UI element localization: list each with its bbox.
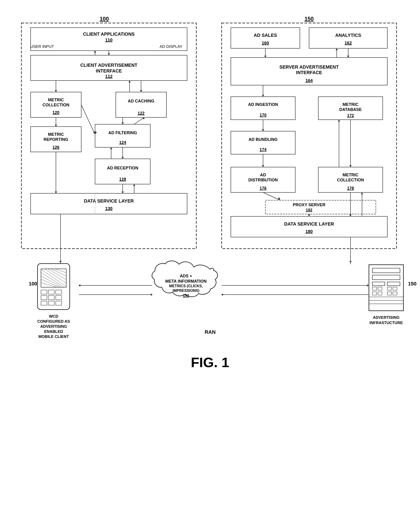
server-dsl-number: 180 [305, 229, 313, 234]
hatch6 [41, 272, 64, 287]
ad-filtering-label: AD FILTERING [108, 131, 137, 135]
server-dsl-label: DATA SERVICE LAYER [284, 221, 334, 226]
server-metric-collection-number: 178 [347, 186, 354, 191]
arrow-smc-to-sdsl-head [349, 215, 352, 216]
server-slot7a [387, 292, 391, 295]
arrow-ana-to-sai-head [347, 56, 349, 58]
ran-label: RAN [205, 329, 216, 335]
ad-bundling-label: AD BUNDLING [249, 137, 278, 142]
proxy-server-label: PROXY SERVER [293, 202, 325, 207]
client-ad-interface-label2: INTERFACE [96, 68, 122, 74]
server-metric-collection-label: METRIC [342, 173, 358, 177]
key1 [41, 290, 47, 294]
client-100-label: 100 [29, 281, 37, 287]
metric-collection-number: 120 [52, 110, 59, 115]
arrow-server-to-cloud-head [221, 293, 223, 296]
ad-distribution-label2: DISTRIBUTION [248, 178, 278, 182]
key7 [41, 301, 47, 305]
server-ad-interface-number: 164 [305, 78, 313, 83]
figure-label: FIG. 1 [191, 355, 229, 370]
cloud-group: ADS + META INFORMATION METRICS (CLICKS, … [152, 261, 217, 298]
key8 [48, 301, 54, 305]
hatch8 [41, 279, 59, 287]
metric-database-label2: DATABASE [339, 107, 361, 112]
ad-ingestion-label: AD INGESTION [248, 102, 278, 107]
arrow-ac-to-cai-head [128, 81, 131, 82]
server-slot4a [372, 287, 376, 290]
ad-bundling-number: 174 [259, 147, 266, 152]
ad-caching-number: 122 [137, 111, 144, 116]
wcd-label2: CONFIGURED AS [37, 319, 70, 324]
client-user-input: USER INPUT [30, 45, 54, 49]
metric-reporting-label2: REPORTING [44, 137, 68, 142]
server-150-label: 150 [408, 281, 417, 287]
main-diagram-svg: 100 CLIENT APPLICATIONS 110 USER INPUT A… [15, 9, 406, 350]
server-slot1 [372, 268, 400, 273]
server-dsl-box [231, 216, 387, 237]
hatch2 [44, 269, 66, 283]
server-slot2 [372, 275, 400, 280]
arrow-cai-to-ac-head [140, 90, 142, 92]
proxy-server-box [265, 200, 376, 214]
client-applications-label: CLIENT APPLICATIONS [83, 31, 134, 37]
server-slot5b [378, 292, 382, 295]
client-ad-interface-number: 112 [105, 74, 112, 79]
server-slot6a [387, 287, 391, 290]
ad-sales-label: AD SALES [254, 33, 277, 38]
arrow-ar-to-dsl-head [122, 192, 124, 193]
cloud-text4: IMPRESSIONS) [172, 289, 199, 292]
figure-label-container: FIG. 1 [191, 354, 229, 370]
server-slot7b [393, 292, 397, 295]
arrow-ac-to-af-head [122, 122, 124, 124]
analytics-label: ANALYTICS [335, 33, 361, 38]
cloud-text3: METRICS (CLICKS, [169, 284, 203, 288]
arrow-cai-to-mc-head [55, 90, 57, 92]
hatch4 [51, 269, 66, 276]
ad-caching-label: AD CACHING [128, 99, 154, 103]
cloud-number: 190 [183, 294, 189, 298]
server-slot3a [372, 282, 385, 286]
key3 [56, 290, 62, 294]
arrow-sai-to-ai-head [262, 95, 264, 97]
server-slot6b [393, 287, 397, 290]
arrow-af-to-ar-head [122, 157, 124, 159]
arrow-ads-to-sai-head [264, 56, 266, 58]
cloud-text1: ADS + [180, 274, 192, 278]
server-ad-interface-label: SERVER ADVERTISEMENT [279, 64, 339, 69]
wcd-label3: ADVERTISING [40, 324, 67, 329]
client-dsl-label: DATA SERVICE LAYER [84, 198, 134, 203]
server-metric-collection-label2: COLLECTION [337, 178, 364, 182]
arrow-app-to-interface-head [108, 53, 110, 55]
arrow-mc-to-md-head [338, 120, 340, 121]
analytics-number: 162 [345, 40, 352, 45]
client-outer-box [22, 23, 196, 249]
wcd-label4: ENABLED [44, 329, 63, 334]
ad-reception-label: AD RECEPTION [107, 166, 138, 170]
key5 [48, 296, 54, 300]
arrow-interface-to-app-head [94, 51, 96, 52]
server-slot4b [378, 287, 382, 290]
arrow-ar-to-af-head [110, 147, 112, 149]
ad-distribution-number: 176 [259, 186, 266, 191]
server-ad-interface-label2: INTERFACE [296, 70, 322, 75]
ad-ingestion-number: 170 [259, 113, 266, 117]
arrow-md-to-mc-head [349, 165, 352, 167]
phone-body [37, 263, 70, 310]
hatch3 [48, 269, 66, 280]
ad-filtering-number: 124 [119, 140, 126, 145]
arrow-sai-to-ana-head [336, 48, 338, 50]
wcd-label1: WCD [49, 314, 58, 319]
metric-database-number: 172 [347, 113, 354, 118]
arrow-ps-to-sdsl-head [308, 215, 310, 216]
arrow-phone-to-cloud-head [151, 293, 153, 296]
ad-reception-number: 128 [119, 177, 126, 182]
diagram-container: 100 CLIENT APPLICATIONS 110 USER INPUT A… [15, 9, 406, 370]
arrow-ad-to-ps [263, 192, 279, 200]
client-applications-number: 110 [105, 37, 112, 42]
hatch5 [55, 269, 66, 273]
wcd-label5: MOBILE CLIENT [38, 335, 69, 339]
infra-label2: INFRASTUCTURE [369, 321, 403, 325]
arrow-dsl-to-ar-head [133, 184, 135, 186]
cloud-text2: META INFORMATION [165, 279, 207, 284]
server-group-number: 150 [304, 16, 313, 22]
